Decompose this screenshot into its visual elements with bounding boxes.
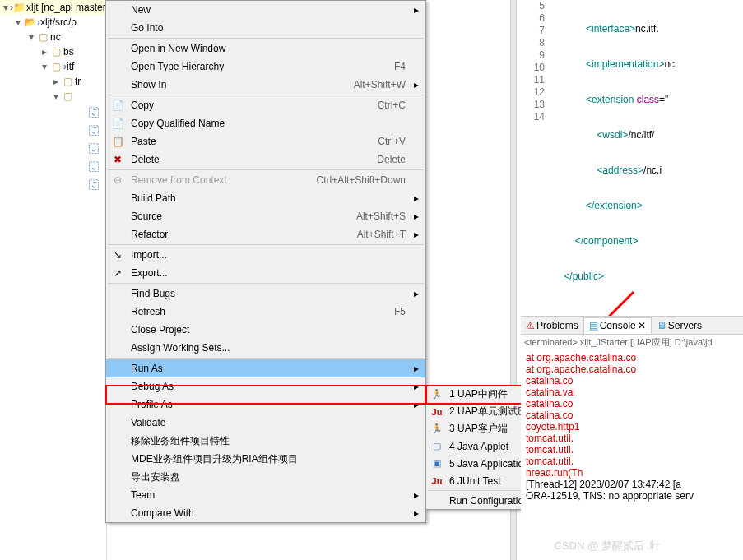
submenu-arrow-icon: ▸: [414, 288, 419, 299]
menu-team[interactable]: Team▸: [106, 486, 425, 504]
console-view: ⚠Problems ▤Console ✕ 🖥Servers <terminate…: [521, 316, 743, 560]
menu-refresh[interactable]: RefreshF5: [106, 303, 425, 321]
import-icon: ↘: [111, 248, 124, 261]
submenu-arrow-icon: ▸: [414, 79, 419, 90]
package-bs[interactable]: ▸ ▢ bs: [0, 44, 106, 59]
menu-new[interactable]: New▸: [106, 1, 425, 19]
project-root[interactable]: ▾ › 📁 xljt [nc_api master]: [0, 0, 106, 15]
menu-separator: [108, 283, 424, 284]
expand-icon[interactable]: ▾: [3, 3, 8, 12]
menu-import[interactable]: ↘Import...: [106, 246, 425, 264]
package-tr[interactable]: ▸ ▢ tr: [0, 74, 106, 89]
package-label: tr: [75, 76, 81, 87]
menu-debug-as[interactable]: Debug As▸: [106, 377, 425, 396]
project-icon: 📁: [13, 2, 25, 13]
menu-open-type-hierarchy[interactable]: Open Type HierarchyF4: [106, 58, 425, 76]
src-folder[interactable]: ▾ 📂 › xljt/src/p: [0, 15, 106, 30]
expand-icon[interactable]: ▾: [13, 18, 22, 27]
file-icon-column: 🇯 🇯 🇯 🇯 🇯: [89, 107, 99, 197]
menu-separator: [108, 169, 424, 170]
junit-icon: Ju: [430, 405, 443, 419]
project-label: xljt [nc_api master]: [26, 2, 109, 13]
tab-console[interactable]: ▤Console ✕: [583, 317, 652, 334]
java-file-icon[interactable]: 🇯: [89, 161, 99, 179]
submenu-arrow-icon: ▸: [414, 399, 419, 410]
menu-export[interactable]: ↗Export...: [106, 264, 425, 282]
menu-run-as[interactable]: Run As▸: [106, 359, 425, 377]
line-number: 10: [517, 62, 545, 74]
delete-icon: ✖: [111, 153, 124, 166]
package-nc[interactable]: ▾ ▢ nc: [0, 30, 106, 44]
menu-source[interactable]: SourceAlt+Shift+S▸: [106, 207, 425, 225]
package-icon: ▢: [62, 76, 73, 87]
expand-icon[interactable]: ▸: [51, 77, 60, 86]
tab-problems[interactable]: ⚠Problems: [521, 317, 583, 334]
menu-remove-context: ⊖Remove from ContextCtrl+Alt+Shift+Down: [106, 171, 425, 189]
remove-icon: ⊖: [111, 174, 124, 187]
line-number: 14: [517, 111, 545, 123]
console-tab-bar: ⚠Problems ▤Console ✕ 🖥Servers: [521, 317, 743, 335]
tab-servers[interactable]: 🖥Servers: [652, 317, 707, 334]
menu-copy-qualified[interactable]: 📄Copy Qualified Name: [106, 114, 425, 132]
paste-icon: 📋: [111, 135, 124, 148]
package-label: bs: [63, 46, 74, 58]
line-number: 6: [517, 12, 545, 25]
export-icon: ↗: [111, 266, 124, 280]
java-file-icon[interactable]: 🇯: [89, 125, 99, 143]
submenu-arrow-icon: ▸: [414, 229, 419, 240]
line-number: 5: [517, 0, 545, 12]
junit-icon: Ju: [430, 474, 443, 488]
menu-find-bugs[interactable]: Find Bugs▸: [106, 285, 425, 303]
menu-paste[interactable]: 📋PasteCtrl+V: [106, 132, 425, 150]
line-number: 11: [517, 74, 545, 86]
line-number: 7: [517, 25, 545, 37]
menu-mde-biz[interactable]: MDE业务组件项目升级为RIA组件项目: [106, 450, 425, 468]
context-menu: New▸ Go Into Open in New Window Open Typ…: [105, 0, 426, 523]
menu-show-in[interactable]: Show InAlt+Shift+W▸: [106, 76, 425, 94]
menu-close-project[interactable]: Close Project: [106, 321, 425, 339]
run-icon: 🏃: [430, 388, 443, 401]
package-explorer: ▾ › 📁 xljt [nc_api master] ▾ 📂 › xljt/sr…: [0, 0, 107, 560]
submenu-arrow-icon: ▸: [414, 192, 419, 204]
submenu-arrow-icon: ▸: [414, 4, 419, 16]
menu-assign-working-sets[interactable]: Assign Working Sets...: [106, 339, 425, 357]
line-number: 9: [517, 49, 545, 62]
menu-compare-with[interactable]: Compare With▸: [106, 504, 425, 522]
java-app-icon: ▣: [430, 457, 443, 470]
java-file-icon[interactable]: 🇯: [89, 107, 99, 125]
watermark: CSDN @ 梦醒贰后 .叶: [555, 539, 661, 553]
java-file-icon[interactable]: 🇯: [89, 179, 99, 197]
problems-icon: ⚠: [526, 320, 535, 331]
console-output[interactable]: at org.apache.catalina.co at org.apache.…: [521, 350, 743, 503]
package-itf[interactable]: ▾ ▢ › itf: [0, 59, 106, 74]
menu-build-path[interactable]: Build Path▸: [106, 189, 425, 207]
line-gutter: 5 6 7 8 9 10 11 12 13 14: [517, 0, 550, 123]
expand-icon[interactable]: ▾: [39, 62, 49, 72]
menu-validate[interactable]: Validate: [106, 414, 425, 432]
servers-icon: 🖥: [657, 320, 666, 331]
submenu-arrow-icon: ▸: [414, 507, 419, 519]
selected-package[interactable]: ▾ ▢: [0, 89, 106, 104]
java-file-icon[interactable]: 🇯: [89, 143, 99, 161]
package-icon: ▢: [62, 90, 73, 102]
menu-profile-as[interactable]: Profile As▸: [106, 396, 425, 414]
expand-icon[interactable]: ▸: [39, 48, 49, 57]
menu-remove-biz[interactable]: 移除业务组件项目特性: [106, 432, 425, 450]
menu-delete[interactable]: ✖DeleteDelete: [106, 150, 425, 169]
package-icon: ▢: [37, 31, 49, 43]
line-number: 13: [517, 99, 545, 111]
applet-icon: ▢: [430, 440, 443, 453]
submenu-arrow-icon: ▸: [414, 489, 419, 501]
console-icon: ▤: [589, 320, 598, 331]
menu-refactor[interactable]: RefactorAlt+Shift+T▸: [106, 225, 425, 243]
menu-open-new-window[interactable]: Open in New Window: [106, 39, 425, 58]
menu-go-into[interactable]: Go Into: [106, 19, 425, 37]
menu-separator: [108, 38, 424, 39]
menu-export-install[interactable]: 导出安装盘: [106, 468, 425, 486]
xml-editor[interactable]: 5 6 7 8 9 10 11 12 13 14 <interface>nc.i…: [517, 0, 743, 312]
menu-copy[interactable]: 📄CopyCtrl+C: [106, 96, 425, 114]
expand-icon[interactable]: ▾: [26, 33, 35, 42]
line-number: 12: [517, 86, 545, 99]
menu-separator: [108, 95, 424, 95]
expand-icon[interactable]: ▾: [51, 92, 60, 101]
